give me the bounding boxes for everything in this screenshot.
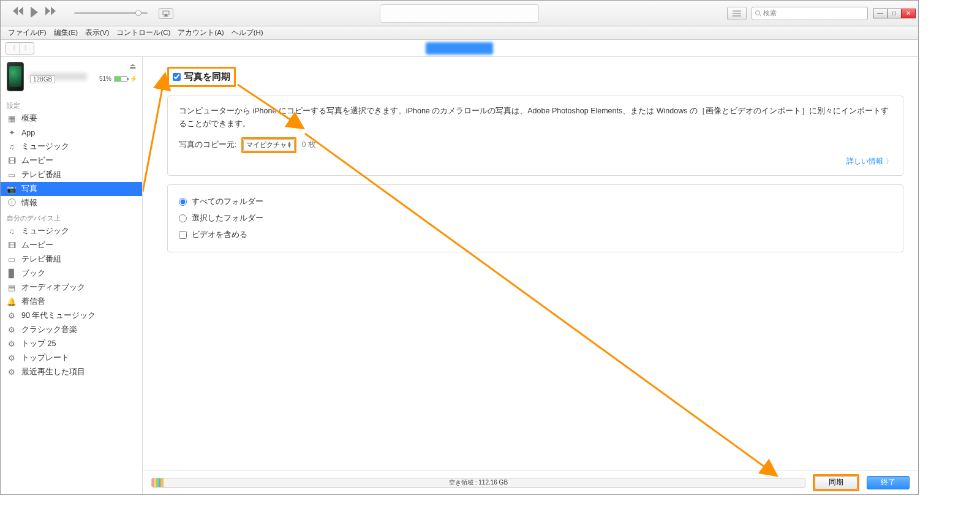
info-icon: ⓘ <box>7 199 17 208</box>
play-button[interactable] <box>31 7 38 20</box>
svg-line-6 <box>760 15 761 17</box>
sidebar-item-ondevice-toprate[interactable]: ⚙トップレート <box>1 351 142 365</box>
search-icon <box>755 10 762 17</box>
apps-icon: ✦ <box>7 129 17 137</box>
list-icon <box>733 10 741 17</box>
gear-icon: ⚙ <box>7 312 17 320</box>
next-button[interactable] <box>45 7 56 20</box>
airplay-button[interactable] <box>159 8 173 19</box>
forward-button[interactable]: 〉 <box>20 42 34 55</box>
book-icon: ▉ <box>7 270 17 278</box>
sidebar-item-ondevice-books[interactable]: ▉ブック <box>1 266 142 281</box>
battery-percent: 51% <box>99 75 111 82</box>
options-panel: すべてのフォルダー 選択したフォルダー ビデオを含める <box>167 184 903 253</box>
sidebar-item-movies[interactable]: 🎞ムービー <box>1 154 142 168</box>
nav-row: 〈 〉 <box>1 40 918 57</box>
summary-icon: ▦ <box>7 115 17 123</box>
search-input[interactable]: 検索 <box>752 7 868 20</box>
content-pane: 写真を同期 コンピューターから iPhone にコピーする写真を選択できます。i… <box>143 57 918 494</box>
volume-slider[interactable] <box>74 12 148 14</box>
select-arrows-icon: ▲▼ <box>287 142 292 148</box>
bell-icon: 🔔 <box>7 298 17 306</box>
photo-count: 0 枚 <box>301 138 315 151</box>
movie-icon: 🎞 <box>7 157 17 165</box>
source-label: 写真のコピー元: <box>179 138 236 151</box>
sync-photos-label: 写真を同期 <box>184 71 230 83</box>
sync-button[interactable]: 同期 <box>815 476 858 489</box>
sidebar-item-ondevice-tones[interactable]: 🔔着信音 <box>1 295 142 309</box>
sidebar-item-ondevice-music[interactable]: ♫ミュージック <box>1 224 142 238</box>
sidebar-item-ondevice-audio[interactable]: ▤オーディオブック <box>1 281 142 295</box>
now-playing-display <box>380 4 539 23</box>
movie-icon: 🎞 <box>7 241 17 250</box>
option-selected-folders[interactable]: 選択したフォルダー <box>179 210 892 227</box>
music-icon: ♫ <box>7 143 17 151</box>
sidebar: ⏏ 128GB 51% ⚡ 設定 ▦概要 ✦App ♫ミュージック 🎞ムービー … <box>1 57 143 494</box>
storage-bar: 空き領域 : 112.16 GB <box>151 478 805 488</box>
menu-bar: ファイル(F) 編集(E) 表示(V) コントロール(C) アカウント(A) ヘ… <box>1 26 918 40</box>
source-select[interactable]: マイピクチャ ▲▼ <box>243 139 295 151</box>
sidebar-item-ondevice-90s[interactable]: ⚙90 年代ミュージック <box>1 309 142 323</box>
menu-controls[interactable]: コントロール(C) <box>114 27 173 39</box>
description-panel: コンピューターから iPhone にコピーする写真を選択できます。iPhone … <box>167 96 903 176</box>
sync-photos-checkbox[interactable] <box>173 73 181 81</box>
airplay-icon <box>162 10 170 17</box>
back-button[interactable]: 〈 <box>6 42 20 55</box>
tv-icon: ▭ <box>7 255 17 264</box>
search-placeholder: 検索 <box>763 9 777 18</box>
sidebar-item-ondevice-top25[interactable]: ⚙トップ 25 <box>1 337 142 351</box>
eject-button[interactable]: ⏏ <box>129 62 136 70</box>
sidebar-item-ondevice-classic[interactable]: ⚙クラシック音楽 <box>1 323 142 337</box>
photo-icon: 📷 <box>7 185 17 194</box>
menu-file[interactable]: ファイル(F) <box>6 27 49 39</box>
description-text: コンピューターから iPhone にコピーする写真を選択できます。iPhone … <box>179 105 892 131</box>
menu-edit[interactable]: 編集(E) <box>51 27 80 39</box>
gear-icon: ⚙ <box>7 340 17 349</box>
sync-photos-checkbox-row[interactable]: 写真を同期 <box>169 69 234 85</box>
gear-icon: ⚙ <box>7 368 17 377</box>
bottom-bar: 空き領域 : 112.16 GB 同期 終了 <box>143 470 918 494</box>
done-button[interactable]: 終了 <box>867 476 910 489</box>
menu-help[interactable]: ヘルプ(H) <box>229 27 266 39</box>
sidebar-item-photos[interactable]: 📷写真 <box>1 182 142 196</box>
charging-icon: ⚡ <box>130 75 137 82</box>
close-button[interactable]: ✕ <box>901 9 916 18</box>
menu-account[interactable]: アカウント(A) <box>175 27 226 39</box>
battery-indicator: 51% ⚡ <box>99 75 137 82</box>
gear-icon: ⚙ <box>7 326 17 334</box>
storage-free-label: 空き領域 : 112.16 GB <box>449 478 508 487</box>
menu-view[interactable]: 表示(V) <box>83 27 111 39</box>
sidebar-item-music[interactable]: ♫ミュージック <box>1 140 142 154</box>
option-all-folders[interactable]: すべてのフォルダー <box>179 194 892 210</box>
audiobook-icon: ▤ <box>7 284 17 292</box>
source-select-value: マイピクチャ <box>246 139 287 151</box>
sidebar-item-ondevice-movies[interactable]: 🎞ムービー <box>1 238 142 252</box>
option-include-videos[interactable]: ビデオを含める <box>179 227 892 243</box>
device-thumbnail <box>7 62 24 91</box>
sidebar-item-ondevice-tv[interactable]: ▭テレビ番組 <box>1 252 142 266</box>
svg-point-5 <box>756 10 760 15</box>
device-header: ⏏ 128GB 51% ⚡ <box>1 57 142 97</box>
gear-icon: ⚙ <box>7 354 17 363</box>
music-icon: ♫ <box>7 227 17 236</box>
chevron-right-icon: 〉 <box>886 155 893 167</box>
previous-button[interactable] <box>13 7 23 20</box>
sidebar-item-info[interactable]: ⓘ情報 <box>1 196 142 210</box>
device-capacity: 128GB <box>30 75 55 83</box>
sidebar-item-tv[interactable]: ▭テレビ番組 <box>1 168 142 182</box>
tv-icon: ▭ <box>7 171 17 179</box>
sidebar-section-device: 自分のデバイス上 <box>1 210 142 224</box>
maximize-button[interactable]: □ <box>887 9 902 18</box>
sidebar-item-summary[interactable]: ▦概要 <box>1 111 142 126</box>
sidebar-item-ondevice-recent[interactable]: ⚙最近再生した項目 <box>1 365 142 379</box>
sidebar-section-settings: 設定 <box>1 97 142 111</box>
device-name-pill[interactable] <box>426 42 493 55</box>
more-info-link[interactable]: 詳しい情報〉 <box>846 155 893 167</box>
sidebar-item-app[interactable]: ✦App <box>1 126 142 140</box>
player-toolbar: 検索 — □ ✕ <box>1 1 918 26</box>
list-view-button[interactable] <box>727 7 747 20</box>
minimize-button[interactable]: — <box>873 9 888 18</box>
